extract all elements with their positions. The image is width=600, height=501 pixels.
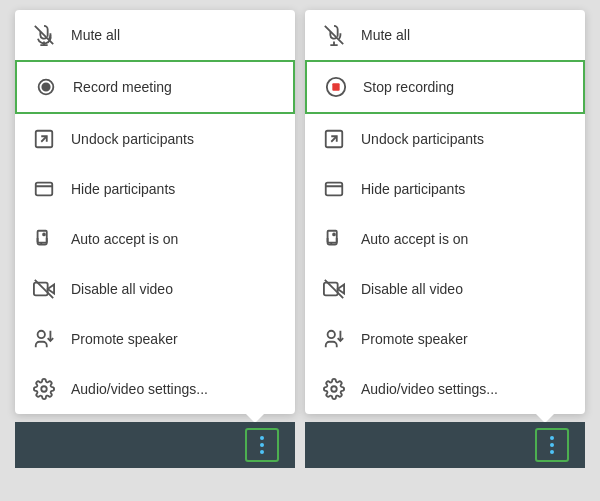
right-stop-recording-item[interactable]: Stop recording bbox=[305, 60, 585, 114]
svg-point-14 bbox=[38, 331, 45, 338]
right-av-settings-item[interactable]: Audio/video settings... bbox=[305, 364, 585, 414]
promote-icon bbox=[29, 324, 59, 354]
rdot2 bbox=[550, 443, 554, 447]
right-mute-all-label: Mute all bbox=[361, 27, 410, 43]
left-auto-accept-item[interactable]: Auto accept is on bbox=[15, 214, 295, 264]
right-more-options-button[interactable] bbox=[535, 428, 569, 462]
disable-video-icon bbox=[29, 274, 59, 304]
rdot1 bbox=[550, 436, 554, 440]
left-bottom-bar bbox=[15, 422, 295, 468]
rdot3 bbox=[550, 450, 554, 454]
hide-icon bbox=[29, 174, 59, 204]
dot2 bbox=[260, 443, 264, 447]
right-hide-item[interactable]: Hide participants bbox=[305, 164, 585, 214]
svg-rect-24 bbox=[326, 183, 343, 196]
left-disable-video-label: Disable all video bbox=[71, 281, 173, 297]
svg-point-16 bbox=[41, 386, 47, 392]
right-disable-video-label: Disable all video bbox=[361, 281, 463, 297]
left-undock-label: Undock participants bbox=[71, 131, 194, 147]
svg-rect-7 bbox=[36, 183, 53, 196]
hide-icon-r bbox=[319, 174, 349, 204]
promote-icon-r bbox=[319, 324, 349, 354]
left-panel-wrapper: Mute all Record meeting Undock partic bbox=[15, 10, 295, 468]
dot3 bbox=[260, 450, 264, 454]
svg-point-33 bbox=[331, 386, 337, 392]
right-panel-wrapper: Mute all Stop recording Undock partic bbox=[305, 10, 585, 468]
mute-all-icon-r bbox=[319, 20, 349, 50]
stop-record-icon bbox=[321, 72, 351, 102]
left-promote-item[interactable]: Promote speaker bbox=[15, 314, 295, 364]
left-hide-item[interactable]: Hide participants bbox=[15, 164, 295, 214]
svg-point-31 bbox=[328, 331, 335, 338]
left-menu: Mute all Record meeting Undock partic bbox=[15, 10, 295, 414]
left-mute-all-label: Mute all bbox=[71, 27, 120, 43]
right-menu: Mute all Stop recording Undock partic bbox=[305, 10, 585, 414]
svg-rect-21 bbox=[332, 83, 339, 90]
svg-point-10 bbox=[43, 234, 45, 236]
left-auto-accept-label: Auto accept is on bbox=[71, 231, 178, 247]
svg-point-27 bbox=[333, 234, 335, 236]
undock-icon-r bbox=[319, 124, 349, 154]
svg-marker-12 bbox=[48, 284, 54, 293]
right-auto-accept-label: Auto accept is on bbox=[361, 231, 468, 247]
auto-accept-icon-r bbox=[319, 224, 349, 254]
right-undock-item[interactable]: Undock participants bbox=[305, 114, 585, 164]
svg-rect-26 bbox=[328, 231, 337, 243]
left-disable-video-item[interactable]: Disable all video bbox=[15, 264, 295, 314]
svg-point-4 bbox=[42, 83, 49, 90]
left-more-options-button[interactable] bbox=[245, 428, 279, 462]
svg-marker-29 bbox=[338, 284, 344, 293]
right-disable-video-item[interactable]: Disable all video bbox=[305, 264, 585, 314]
left-av-settings-item[interactable]: Audio/video settings... bbox=[15, 364, 295, 414]
left-mute-all-item[interactable]: Mute all bbox=[15, 10, 295, 60]
dot1 bbox=[260, 436, 264, 440]
right-av-settings-label: Audio/video settings... bbox=[361, 381, 498, 397]
right-bottom-bar bbox=[305, 422, 585, 468]
undock-icon bbox=[29, 124, 59, 154]
settings-icon bbox=[29, 374, 59, 404]
mute-all-icon bbox=[29, 20, 59, 50]
left-av-settings-label: Audio/video settings... bbox=[71, 381, 208, 397]
left-hide-label: Hide participants bbox=[71, 181, 175, 197]
right-undock-label: Undock participants bbox=[361, 131, 484, 147]
right-hide-label: Hide participants bbox=[361, 181, 465, 197]
left-record-meeting-label: Record meeting bbox=[73, 79, 172, 95]
right-mute-all-item[interactable]: Mute all bbox=[305, 10, 585, 60]
settings-icon-r bbox=[319, 374, 349, 404]
disable-video-icon-r bbox=[319, 274, 349, 304]
auto-accept-icon bbox=[29, 224, 59, 254]
left-undock-item[interactable]: Undock participants bbox=[15, 114, 295, 164]
right-auto-accept-item[interactable]: Auto accept is on bbox=[305, 214, 585, 264]
right-promote-label: Promote speaker bbox=[361, 331, 468, 347]
record-icon bbox=[31, 72, 61, 102]
right-stop-recording-label: Stop recording bbox=[363, 79, 454, 95]
right-promote-item[interactable]: Promote speaker bbox=[305, 314, 585, 364]
svg-rect-9 bbox=[38, 231, 47, 243]
left-promote-label: Promote speaker bbox=[71, 331, 178, 347]
left-record-meeting-item[interactable]: Record meeting bbox=[15, 60, 295, 114]
